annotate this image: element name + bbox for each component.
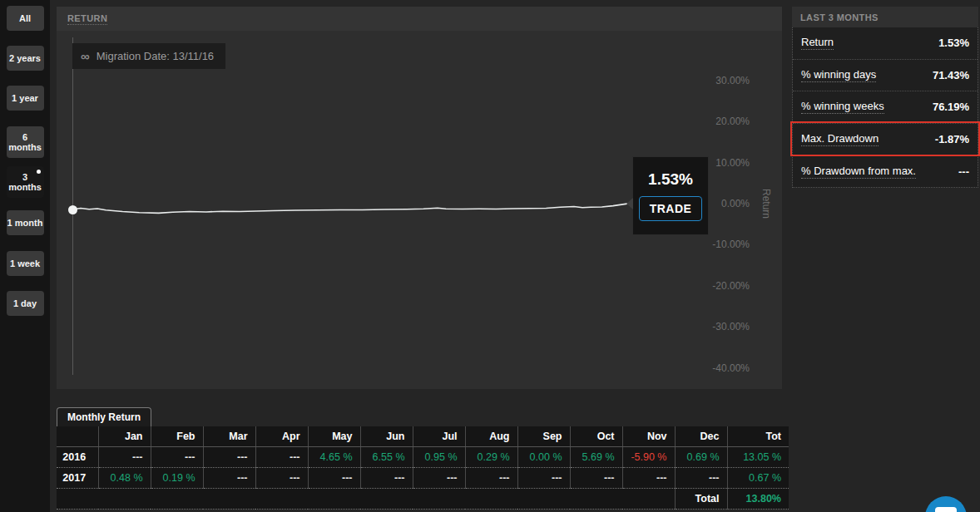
stats-value: -1.87%: [935, 133, 969, 145]
return-panel-title: RETURN: [67, 13, 107, 25]
stats-row--winning-days: % winning days71.43%: [793, 60, 978, 92]
stats-row--drawdown-from-max-: % Drawdown from max.---: [793, 155, 978, 187]
monthly-value-cell: 0.29 %: [465, 446, 517, 467]
monthly-value-cell: -5.90 %: [622, 446, 675, 467]
monthly-value-cell: ---: [413, 467, 465, 488]
monthly-value-cell: ---: [465, 467, 517, 488]
sidebar-range-6-months[interactable]: 6 months: [7, 126, 44, 158]
y-axis-title: Return: [760, 189, 772, 219]
sidebar-range-1-year[interactable]: 1 year: [7, 86, 44, 111]
total-label: Total: [675, 488, 727, 509]
tooltip-return-value: 1.53%: [648, 170, 693, 189]
trade-button[interactable]: TRADE: [639, 196, 703, 221]
stats-label: % Drawdown from max.: [801, 165, 916, 179]
monthly-value-cell: 0.19 %: [151, 467, 203, 488]
monthly-value-cell: ---: [308, 467, 360, 488]
infinity-icon: ∞: [81, 50, 90, 62]
monthly-value-cell: ---: [255, 467, 308, 488]
column-header-aug: Aug: [465, 426, 517, 446]
y-tick-label: -30.00%: [691, 321, 750, 332]
last-3-months-panel: LAST 3 MONTHS Return1.53%% winning days7…: [792, 7, 978, 188]
monthly-value-cell: 0.95 %: [413, 446, 465, 467]
total-row-spacer: [57, 488, 675, 509]
column-header-tot: Tot: [727, 426, 789, 446]
y-tick-label: -40.00%: [691, 362, 750, 374]
monthly-value-cell: ---: [203, 446, 255, 467]
stats-value: 71.43%: [933, 69, 969, 81]
monthly-value-cell: ---: [98, 446, 151, 467]
monthly-value-cell: 5.69 %: [570, 446, 622, 467]
stats-value: 76.19%: [933, 101, 969, 113]
time-range-sidebar: All2 years1 year6 months3 months1 month1…: [0, 0, 50, 512]
sidebar-range-label: 6 months: [7, 132, 44, 152]
table-row-2016: 2016------------4.65 %6.55 %0.95 %0.29 %…: [57, 446, 789, 467]
sidebar-range-all[interactable]: All: [7, 6, 44, 31]
column-header-feb: Feb: [151, 426, 203, 446]
column-header-jun: Jun: [360, 426, 413, 446]
migration-date-label: ∞ Migration Date: 13/11/16: [72, 43, 225, 69]
sidebar-range-label: All: [19, 13, 31, 23]
total-value: 13.80%: [727, 488, 789, 509]
migration-date-text: Migration Date: 13/11/16: [97, 50, 214, 62]
sidebar-range-1-week[interactable]: 1 week: [7, 251, 44, 276]
last-point-tooltip: 1.53% TRADE: [632, 156, 709, 235]
monthly-value-cell: 13.05 %: [727, 446, 789, 467]
return-chart-area[interactable]: ∞ Migration Date: 13/11/16 30.00%20.00%1…: [57, 31, 782, 389]
monthly-value-cell: 0.00 %: [517, 446, 570, 467]
column-header-sep: Sep: [517, 426, 570, 446]
sidebar-range-2-years[interactable]: 2 years: [7, 46, 44, 71]
column-header-jul: Jul: [413, 426, 465, 446]
stats-panel-body: Return1.53%% winning days71.43%% winning…: [792, 27, 978, 188]
sidebar-range-label: 1 year: [12, 93, 38, 103]
sidebar-range-label: 3 months: [7, 172, 44, 192]
sidebar-range-label: 1 day: [13, 298, 37, 308]
stats-panel-title: LAST 3 MONTHS: [792, 7, 978, 27]
monthly-value-cell: ---: [622, 467, 675, 488]
monthly-return-section: Monthly Return JanFebMarAprMayJunJulAugS…: [57, 407, 789, 510]
stats-row--winning-weeks: % winning weeks76.19%: [793, 91, 978, 124]
monthly-value-cell: ---: [675, 467, 727, 488]
stats-row-max-drawdown: Max. Drawdown-1.87%: [793, 124, 978, 156]
monthly-value-cell: ---: [151, 446, 203, 467]
return-series-line: [72, 204, 630, 214]
column-header-may: May: [308, 426, 360, 446]
series-start-marker: [68, 205, 77, 214]
column-header-nov: Nov: [622, 426, 675, 446]
monthly-value-cell: ---: [360, 467, 413, 488]
monthly-value-cell: 0.69 %: [675, 446, 727, 467]
tab-monthly-return[interactable]: Monthly Return: [57, 407, 151, 426]
stats-label: % winning days: [801, 68, 876, 82]
table-total-row: Total13.80%: [57, 488, 789, 509]
column-header-apr: Apr: [255, 426, 308, 446]
sidebar-range-label: 1 month: [7, 218, 43, 228]
monthly-value-cell: 4.65 %: [308, 446, 360, 467]
column-header-oct: Oct: [570, 426, 622, 446]
year-cell: 2017: [57, 467, 98, 488]
table-row-2017: 20170.48 %0.19 %------------------------…: [57, 467, 789, 488]
sidebar-range-label: 2 years: [9, 53, 41, 63]
stats-value: 1.53%: [938, 37, 969, 49]
year-cell: 2016: [57, 446, 98, 467]
y-tick-label: -20.00%: [691, 280, 750, 292]
monthly-return-table: JanFebMarAprMayJunJulAugSepOctNovDecTot2…: [57, 426, 789, 510]
stats-label: % winning weeks: [801, 100, 884, 114]
sidebar-range-1-month[interactable]: 1 month: [7, 210, 44, 235]
column-header-jan: Jan: [98, 426, 151, 446]
y-tick-label: -10.00%: [691, 239, 750, 250]
stats-value: ---: [958, 165, 969, 178]
monthly-value-cell: ---: [517, 467, 570, 488]
monthly-value-cell: 6.55 %: [360, 446, 413, 467]
stats-label: Return: [801, 36, 834, 50]
sidebar-range-3-months[interactable]: 3 months: [7, 166, 44, 198]
chat-icon: [935, 507, 957, 512]
column-header-mar: Mar: [203, 426, 255, 446]
monthly-value-cell: 0.48 %: [98, 467, 151, 488]
column-header-empty: [57, 426, 98, 446]
return-panel-header: RETURN: [57, 7, 782, 31]
monthly-value-cell: ---: [255, 446, 308, 467]
sidebar-range-1-day[interactable]: 1 day: [7, 291, 44, 316]
chat-support-button[interactable]: [925, 496, 967, 512]
sidebar-range-label: 1 week: [10, 258, 40, 268]
monthly-value-cell: 0.67 %: [727, 467, 789, 488]
monthly-value-cell: ---: [203, 467, 255, 488]
